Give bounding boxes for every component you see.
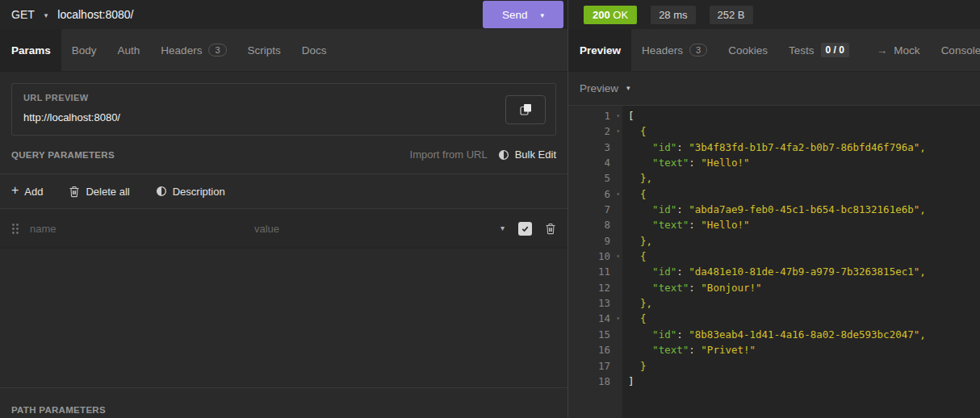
method-select[interactable]: GET <box>11 8 35 21</box>
tab-response-headers-label: Headers <box>642 44 683 56</box>
line-number: 7 <box>604 202 610 217</box>
import-from-url-button[interactable]: Import from URL <box>410 148 488 161</box>
description-toggle-icon <box>156 186 167 197</box>
copy-icon <box>519 102 533 116</box>
code-line: "text": "Bonjour!" <box>628 280 980 295</box>
fold-chevron-icon[interactable]: ▾ <box>610 249 620 264</box>
fold-chevron-icon[interactable]: ▾ <box>610 108 620 123</box>
response-tab-bar: Preview Headers 3 Cookies Tests 0 / 0 → … <box>568 29 980 72</box>
add-param-button[interactable]: + Add <box>11 186 43 198</box>
fold-chevron-icon[interactable]: ▾ <box>610 311 620 326</box>
send-button-label: Send <box>502 9 528 21</box>
url-preview-box: URL PREVIEW http://localhost:8080/ <box>11 83 556 136</box>
preview-mode-select[interactable]: Preview ▾ <box>568 72 980 106</box>
code-line: } <box>628 358 980 374</box>
request-tab-bar: Params Body Auth Headers 3 Scripts Docs <box>0 29 567 72</box>
line-number: 17 <box>598 358 610 374</box>
line-number: 5 <box>604 170 610 186</box>
drag-dots-icon <box>11 223 19 235</box>
line-number: 4 <box>604 155 610 170</box>
code-line: ] <box>628 374 980 389</box>
preview-mode-chevron-down-icon: ▾ <box>626 85 630 92</box>
code-line: "text": "Hello!" <box>628 217 980 232</box>
method-chevron-down-icon[interactable]: ▾ <box>44 12 48 19</box>
description-label: Description <box>173 186 225 198</box>
code-line: "id": "abda7ae9-feb0-45c1-b654-bc8132161… <box>628 202 980 217</box>
param-enabled-checkbox[interactable] <box>518 222 532 236</box>
url-preview-section-label: URL PREVIEW <box>23 93 544 102</box>
drag-handle[interactable] <box>11 223 19 235</box>
send-button[interactable]: Send ▾ <box>483 1 563 28</box>
request-panel: GET ▾ localhost:8080/ Send ▾ Params Body… <box>0 0 568 418</box>
response-time-badge: 28 ms <box>651 6 695 24</box>
tab-scripts[interactable]: Scripts <box>237 29 291 71</box>
url-preview-value: http://localhost:8080/ <box>23 111 544 123</box>
bulk-edit-button[interactable]: Bulk Edit <box>498 148 556 161</box>
code-lines: [ { "id": "3b4f83fd-b1b7-4fa2-b0b7-86bfd… <box>622 106 980 418</box>
line-number: 18 <box>598 374 610 389</box>
toggle-description-button[interactable]: Description <box>156 186 225 198</box>
tab-body[interactable]: Body <box>61 29 107 71</box>
request-params-content: URL PREVIEW http://localhost:8080/ QUERY… <box>0 72 567 418</box>
check-icon <box>521 224 530 233</box>
code-line: { <box>628 123 980 139</box>
code-gutter: 1▾2▾3456▾78910▾11121314▾15161718 <box>568 106 622 418</box>
trash-icon <box>69 186 80 198</box>
tab-tests-label: Tests <box>789 44 815 56</box>
status-text: OK <box>613 9 628 21</box>
plus-icon: + <box>11 184 19 197</box>
code-line: "id": "3b4f83fd-b1b7-4fa2-b0b7-86bfd46f7… <box>628 140 980 155</box>
headers-count-badge: 3 <box>208 44 226 56</box>
line-number: 13 <box>598 295 610 311</box>
code-line: "id": "da481e10-81de-47b9-a979-7b3263815… <box>628 264 980 279</box>
query-param-row: ▾ <box>0 209 567 249</box>
line-number: 3 <box>604 140 610 155</box>
bulk-edit-label: Bulk Edit <box>515 148 556 161</box>
line-number: 6 <box>604 186 610 202</box>
empty-area <box>0 249 567 387</box>
response-body-viewer[interactable]: 1▾2▾3456▾78910▾11121314▾15161718 [ { "id… <box>568 106 980 418</box>
line-number: 8 <box>604 217 610 232</box>
tab-tests[interactable]: Tests 0 / 0 <box>778 29 860 71</box>
tab-auth[interactable]: Auth <box>107 29 151 71</box>
tab-mock[interactable]: → Mock <box>866 29 931 71</box>
code-line: [ <box>628 108 980 123</box>
tests-count-badge: 0 / 0 <box>821 43 849 57</box>
api-client-window: GET ▾ localhost:8080/ Send ▾ Params Body… <box>0 0 980 418</box>
tab-params-label: Params <box>11 44 51 56</box>
param-value-input[interactable] <box>254 223 496 235</box>
preview-mode-label: Preview <box>580 82 618 94</box>
send-options-chevron-down-icon[interactable]: ▾ <box>541 12 545 19</box>
query-parameters-section-label: QUERY PARAMETERS <box>11 150 115 160</box>
fold-chevron-icon[interactable]: ▾ <box>610 186 620 202</box>
line-number: 10 <box>598 249 610 264</box>
tab-console[interactable]: Console <box>931 29 980 71</box>
tab-docs-label: Docs <box>302 44 327 56</box>
delete-param-button[interactable] <box>545 223 556 235</box>
arrow-right-icon: → <box>877 44 888 56</box>
tab-body-label: Body <box>72 44 97 56</box>
code-line: { <box>628 311 980 326</box>
tab-preview[interactable]: Preview <box>568 29 631 71</box>
tab-headers[interactable]: Headers 3 <box>150 29 237 71</box>
code-line: }, <box>628 295 980 311</box>
query-parameters-header: QUERY PARAMETERS Import from URL Bulk Ed… <box>0 136 567 173</box>
param-options-chevron-down-icon[interactable]: ▾ <box>500 224 505 232</box>
trash-icon <box>545 223 556 235</box>
line-number: 12 <box>598 280 610 295</box>
tab-response-headers[interactable]: Headers 3 <box>631 29 718 71</box>
tab-scripts-label: Scripts <box>248 44 281 56</box>
tab-docs[interactable]: Docs <box>291 29 337 71</box>
tab-cookies[interactable]: Cookies <box>718 29 778 71</box>
line-number: 14 <box>598 311 610 326</box>
url-input[interactable]: localhost:8080/ <box>57 8 483 21</box>
query-parameters-actions: + Add Delete all Descript <box>0 174 567 208</box>
fold-chevron-icon[interactable]: ▾ <box>610 123 620 139</box>
tab-params[interactable]: Params <box>0 29 61 71</box>
code-line: { <box>628 249 980 264</box>
code-line: "text": "Privet!" <box>628 342 980 357</box>
copy-url-button[interactable] <box>505 95 546 124</box>
delete-all-params-button[interactable]: Delete all <box>69 186 129 198</box>
tab-headers-label: Headers <box>161 44 202 56</box>
param-name-input[interactable] <box>30 223 254 235</box>
